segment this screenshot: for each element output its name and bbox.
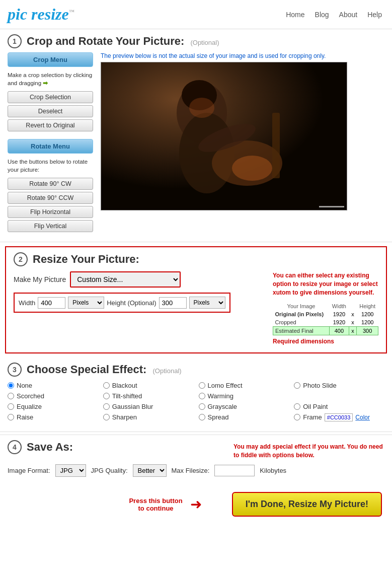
estimated-label: Estimated Final (273, 326, 330, 335)
cropped-width: 1920 (330, 318, 349, 327)
col-height: Height (357, 302, 378, 310)
image-svg (101, 62, 347, 210)
effect-lomo: Lomo Effect (199, 382, 289, 389)
nav-about[interactable]: About (339, 11, 358, 19)
effect-grayscale-radio[interactable] (199, 403, 205, 410)
press-hint-container: Press this button to continue ➜ (129, 496, 211, 513)
section-save: 4 Save As: You may add special effect if… (0, 435, 392, 485)
col-x (349, 302, 357, 310)
rotate-ccw-button[interactable]: Rotate 90° CCW (8, 192, 93, 204)
effect-frame-label: Frame (303, 413, 322, 421)
make-picture-label: Make My Picture (14, 275, 66, 283)
required-dims-label: Required dimensions (273, 338, 378, 345)
step3-circle: 3 (8, 363, 22, 377)
effect-empty (294, 392, 384, 400)
original-label: Original (in Pixels) (273, 310, 330, 318)
step4-circle: 4 (8, 440, 22, 454)
effect-photoslide: Photo Slide (294, 382, 384, 389)
format-select[interactable]: JPG PNG GIF (55, 464, 86, 477)
effect-tiltshifted: Tilt-shifted (103, 392, 194, 400)
preview-note: The preview below is not the actual size… (101, 52, 384, 59)
done-button[interactable]: I'm Done, Resize My Picture! (232, 492, 382, 517)
effect-lomo-radio[interactable] (199, 382, 205, 389)
flip-horizontal-button[interactable]: Flip Horizontal (8, 206, 93, 218)
crop-preview-area: The preview below is not the actual size… (101, 52, 384, 234)
effect-warming-radio[interactable] (199, 393, 205, 399)
section-effects: 3 Choose Special Effect: (Optional) None… (0, 358, 392, 429)
effect-blackout: Blackout (103, 382, 194, 389)
press-hint-text: Press this button (129, 497, 182, 505)
effect-sharpen-radio[interactable] (103, 414, 110, 420)
quality-label: JPG Quality: (91, 467, 128, 474)
section3-title-row: 3 Choose Special Effect: (Optional) (8, 363, 384, 377)
effect-spread-label: Spread (208, 413, 229, 421)
width-input[interactable] (38, 297, 65, 309)
original-height: 1200 (357, 310, 378, 318)
effect-photoslide-radio[interactable] (294, 382, 300, 389)
section4-title-row: 4 Save As: (8, 440, 73, 454)
effect-oilpaint-label: Oil Paint (303, 403, 328, 410)
rotate-cw-button[interactable]: Rotate 90° CW (8, 178, 93, 190)
revert-original-button[interactable]: Revert to Original (8, 119, 93, 131)
effect-none-label: None (17, 382, 32, 389)
effect-equalize-radio[interactable] (8, 403, 14, 410)
cropped-height: 1200 (357, 318, 378, 327)
effect-blackout-radio[interactable] (103, 382, 110, 389)
deselect-button[interactable]: Deselect (8, 105, 93, 117)
effect-spread-radio[interactable] (199, 414, 205, 420)
resize-left: Make My Picture Custom Size... 640 x 480… (14, 271, 263, 313)
estimated-row: Estimated Final 400 x 300 (273, 326, 378, 335)
rotate-menu-header: Rotate Menu (8, 139, 93, 154)
estimated-width: 400 (330, 326, 349, 335)
quality-select[interactable]: Better Good Best (133, 464, 167, 477)
step1-circle: 1 (8, 34, 22, 48)
arrow-right-icon: ➜ (190, 496, 202, 513)
height-unit-select[interactable]: Pixels Percent (189, 297, 225, 309)
filesize-input[interactable] (214, 465, 255, 476)
effect-raise-radio[interactable] (8, 414, 14, 420)
effect-sharpen-label: Sharpen (112, 413, 137, 421)
svg-point-8 (189, 98, 214, 118)
save-row: Image Format: JPG PNG GIF JPG Quality: B… (8, 464, 384, 477)
effect-scorched-label: Scorched (17, 392, 44, 400)
nav-home[interactable]: Home (286, 11, 304, 19)
effect-equalize: Equalize (8, 403, 98, 410)
estimated-x: x (349, 326, 357, 335)
flip-vertical-button[interactable]: Flip Vertical (8, 220, 93, 232)
filesize-label: Max Filesize: (172, 467, 210, 474)
effect-gaussian-radio[interactable] (103, 403, 110, 410)
effect-warming: Warming (199, 392, 289, 400)
frame-color-link[interactable]: Color (355, 414, 370, 421)
cropped-row: Cropped 1920 x 1200 (273, 318, 378, 327)
section4-header-row: 4 Save As: You may add special effect if… (8, 440, 384, 460)
estimated-height: 300 (357, 326, 378, 335)
nav-blog[interactable]: Blog (315, 11, 329, 19)
crop-selection-button[interactable]: Crop Selection (8, 91, 93, 103)
effect-raise: Raise (8, 413, 98, 421)
effect-grayscale: Grayscale (199, 403, 289, 410)
press-hint: Press this button to continue (129, 497, 182, 512)
nav-help[interactable]: Help (367, 11, 382, 19)
image-preview[interactable] (101, 62, 347, 210)
submit-area: Press this button to continue ➜ I'm Done… (0, 484, 392, 527)
size-select[interactable]: Custom Size... 640 x 480 800 x 600 1024 … (70, 271, 181, 288)
height-label: Height (Optional) (107, 299, 156, 307)
effect-none-radio[interactable] (8, 382, 14, 389)
original-x: x (349, 310, 357, 318)
dimensions-row: Width Pixels Percent Height (Optional) P… (14, 293, 230, 313)
height-input[interactable] (159, 297, 187, 309)
effect-gaussian: Gaussian Blur (103, 403, 194, 410)
effect-spread: Spread (199, 413, 289, 421)
effect-frame-radio[interactable] (294, 414, 300, 420)
effect-oilpaint-radio[interactable] (294, 403, 300, 410)
effect-sharpen: Sharpen (103, 413, 194, 421)
press-hint-text2: to continue (129, 505, 182, 512)
original-width: 1920 (330, 310, 349, 318)
width-unit-select[interactable]: Pixels Percent (68, 297, 104, 309)
ruler-indicator (319, 206, 344, 207)
effect-tiltshifted-radio[interactable] (103, 393, 110, 399)
cropped-label: Cropped (273, 318, 330, 327)
effect-scorched-radio[interactable] (8, 393, 14, 399)
effect-photoslide-label: Photo Slide (303, 382, 337, 389)
step2-circle: 2 (14, 252, 28, 266)
